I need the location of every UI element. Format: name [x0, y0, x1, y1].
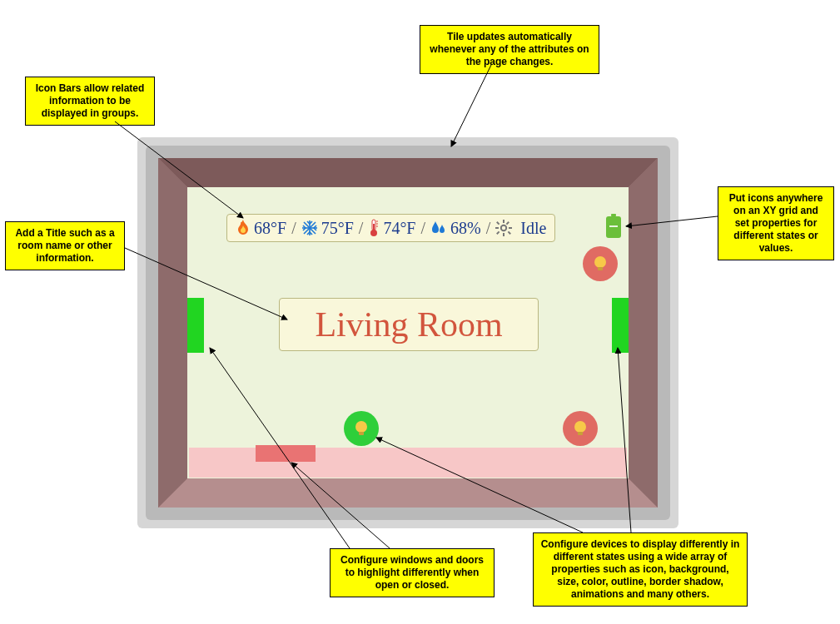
- bulb-icon: [591, 255, 609, 273]
- svg-rect-33: [578, 432, 583, 435]
- callout-gridicons: Put icons anywhere on an XY grid and set…: [718, 186, 834, 260]
- thermometer-icon: [368, 219, 380, 237]
- svg-point-16: [501, 225, 506, 230]
- separator: /: [486, 219, 491, 238]
- cool-value: 75°F: [321, 219, 354, 238]
- svg-rect-27: [609, 225, 618, 227]
- room-title-text: Living Room: [315, 305, 502, 344]
- svg-rect-21: [496, 221, 500, 225]
- separator: /: [291, 219, 296, 238]
- battery-icon[interactable]: [604, 214, 623, 239]
- callout-devices: Configure devices to display differently…: [533, 532, 748, 607]
- svg-rect-31: [359, 432, 364, 435]
- svg-rect-23: [506, 221, 509, 225]
- device-light-3[interactable]: [563, 411, 598, 446]
- window-right[interactable]: [612, 298, 629, 353]
- svg-point-28: [594, 256, 606, 268]
- callout-iconbars: Icon Bars allow related information to b…: [25, 77, 155, 126]
- window-left[interactable]: [187, 298, 204, 353]
- callout-top: Tile updates automatically whenever any …: [420, 25, 599, 74]
- svg-rect-12: [373, 224, 375, 232]
- gear-icon: [495, 220, 512, 236]
- callout-windows-text: Configure windows and doors to highlight…: [340, 554, 484, 591]
- svg-line-34: [451, 65, 491, 146]
- snowflake-icon: [301, 220, 318, 236]
- status-value: Idle: [520, 219, 546, 238]
- svg-rect-24: [496, 231, 500, 235]
- device-light-1[interactable]: [583, 246, 618, 281]
- svg-rect-18: [503, 233, 504, 236]
- bulb-icon: [571, 419, 589, 438]
- svg-point-32: [574, 421, 586, 433]
- callout-title: Add a Title such as a room name or other…: [5, 221, 125, 270]
- diagram-stage: { "callouts": { "top": "Tile updates aut…: [0, 0, 840, 624]
- humidity-value: 68%: [450, 219, 481, 238]
- temp-value: 74°F: [383, 219, 415, 238]
- room-title: Living Room: [279, 298, 539, 351]
- callout-iconbars-text: Icon Bars allow related information to b…: [36, 82, 145, 119]
- svg-point-30: [355, 421, 367, 433]
- svg-rect-22: [508, 231, 511, 235]
- icon-bar[interactable]: 68°F / 75°F / 74°F / 68% / Idle: [226, 214, 555, 242]
- callout-gridicons-text: Put icons anywhere on an XY grid and set…: [729, 192, 823, 254]
- door-bottom[interactable]: [256, 445, 316, 462]
- svg-marker-1: [158, 158, 658, 187]
- svg-rect-25: [611, 214, 616, 216]
- callout-title-text: Add a Title such as a room name or other…: [15, 227, 114, 264]
- heat-value: 68°F: [254, 219, 286, 238]
- svg-marker-3: [158, 158, 187, 508]
- svg-marker-4: [629, 158, 658, 508]
- svg-rect-20: [509, 227, 512, 229]
- floor-strip: [189, 448, 627, 478]
- callout-devices-text: Configure devices to display differently…: [541, 538, 740, 600]
- callout-windows: Configure windows and doors to highlight…: [330, 548, 495, 597]
- svg-rect-17: [503, 220, 504, 223]
- bulb-icon: [352, 419, 370, 438]
- svg-marker-2: [158, 478, 658, 508]
- svg-rect-19: [495, 227, 499, 229]
- flame-icon: [236, 220, 251, 236]
- separator: /: [359, 219, 364, 238]
- humidity-icon: [430, 220, 447, 236]
- device-light-2[interactable]: [344, 411, 379, 446]
- callout-top-text: Tile updates automatically whenever any …: [430, 31, 589, 67]
- svg-rect-29: [598, 267, 603, 270]
- separator: /: [421, 219, 426, 238]
